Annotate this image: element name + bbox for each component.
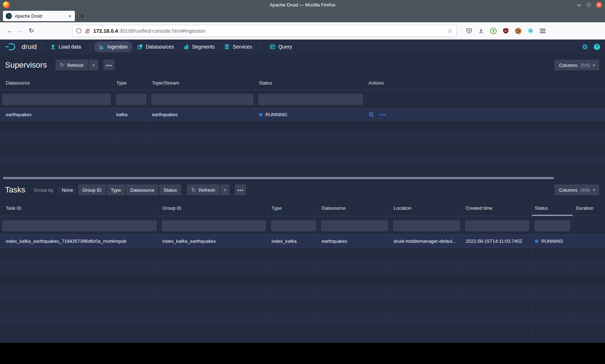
filter-location-input[interactable] bbox=[393, 220, 460, 231]
column-header[interactable]: Location bbox=[391, 200, 463, 216]
nav-label: Segments bbox=[192, 44, 215, 50]
tasks-refresh-button[interactable]: ↻ Refresh bbox=[187, 185, 219, 195]
help-icon[interactable]: ? bbox=[594, 44, 600, 50]
column-header[interactable]: Status bbox=[256, 76, 366, 90]
chevron-down-icon: ▾ bbox=[93, 63, 95, 68]
settings-gear-icon[interactable]: ⚙ bbox=[582, 44, 588, 50]
nav-ingestion[interactable]: Ingestion bbox=[94, 41, 133, 52]
group-by-type-button[interactable]: Type bbox=[107, 185, 126, 195]
column-header[interactable]: Duration bbox=[573, 200, 605, 216]
column-header[interactable]: Actions bbox=[366, 76, 605, 90]
supervisors-refresh-dropdown[interactable]: ▾ bbox=[89, 60, 98, 70]
filter-topic-input[interactable] bbox=[151, 94, 254, 105]
ingestion-icon bbox=[99, 44, 104, 50]
filter-task-id-input[interactable] bbox=[2, 220, 157, 231]
supervisors-refresh-button[interactable]: ↻ Refresh bbox=[55, 60, 88, 70]
filter-datasource-input[interactable] bbox=[321, 220, 388, 231]
group-by-group-id-button[interactable]: Group ID bbox=[78, 185, 107, 195]
task-id: index_kafka_earthquakes_7184357396d6c0a_… bbox=[0, 235, 160, 247]
extension-asterisk-icon[interactable] bbox=[528, 28, 534, 34]
column-header[interactable]: Task ID bbox=[0, 200, 160, 216]
status-text: RUNNING bbox=[265, 112, 287, 117]
filter-type-input[interactable] bbox=[271, 220, 316, 231]
nav-label: Query bbox=[278, 44, 292, 50]
browser-tab[interactable]: Apache Druid × bbox=[3, 11, 75, 21]
supervisors-more-button[interactable]: ••• bbox=[103, 60, 115, 70]
insecure-lock-icon[interactable] bbox=[85, 28, 90, 34]
tasks-header-row: Task ID Group ID Type Datasource Locatio… bbox=[0, 200, 605, 216]
column-header[interactable]: Topic/Stream bbox=[149, 76, 256, 90]
filter-type-input[interactable] bbox=[116, 94, 147, 105]
filter-group-id-input[interactable] bbox=[162, 220, 266, 231]
shield-icon[interactable] bbox=[76, 28, 82, 34]
task-row[interactable]: index_kafka_earthquakes_7184357396d6c0a_… bbox=[0, 235, 605, 248]
new-tab-button[interactable]: + bbox=[77, 11, 88, 21]
supervisors-header: Supervisors ↻ Refresh ▾ ••• Columns (5/5… bbox=[0, 54, 605, 76]
columns-count: (5/5) bbox=[581, 63, 590, 68]
window-maximize-icon[interactable] bbox=[586, 3, 591, 7]
cookie-extension-icon[interactable] bbox=[515, 28, 521, 34]
row-more-actions-icon[interactable]: ••• bbox=[380, 112, 387, 117]
ublock-origin-icon[interactable]: uO bbox=[503, 28, 509, 34]
column-header-sorted[interactable]: Status bbox=[532, 200, 573, 216]
inspect-magnifier-icon[interactable] bbox=[368, 112, 375, 118]
group-by-datasource-button[interactable]: Datasource bbox=[126, 185, 159, 195]
refresh-label: Refresh bbox=[67, 63, 84, 68]
nav-query[interactable]: Query bbox=[265, 41, 297, 52]
url-text[interactable]: 172.18.0.4:30109/unified-console.html#in… bbox=[93, 28, 206, 34]
filter-status-input[interactable] bbox=[534, 220, 570, 231]
tasks-more-button[interactable]: ••• bbox=[235, 185, 246, 195]
supervisors-filter-row bbox=[0, 90, 605, 109]
nav-label: Load data bbox=[59, 44, 81, 50]
bookmark-star-icon[interactable]: ☆ bbox=[447, 27, 453, 35]
window-minimize-icon[interactable] bbox=[577, 4, 581, 6]
refresh-icon: ↻ bbox=[60, 62, 64, 68]
column-header[interactable]: Datasource bbox=[319, 200, 391, 216]
extension-privacy-icon[interactable]: Y bbox=[490, 28, 497, 34]
tab-title: Apache Druid bbox=[15, 14, 65, 19]
supervisor-row[interactable]: earthquakes kafka earthquakes RUNNING ••… bbox=[0, 109, 605, 121]
column-header[interactable]: Created time bbox=[463, 200, 532, 216]
nav-services[interactable]: Services bbox=[219, 41, 257, 52]
column-header[interactable]: Group ID bbox=[160, 200, 269, 216]
nav-segments[interactable]: Segments bbox=[179, 41, 219, 52]
supervisor-actions: ••• bbox=[366, 109, 605, 120]
column-header[interactable]: Type bbox=[113, 76, 149, 90]
pocket-icon[interactable] bbox=[466, 28, 472, 34]
nav-load-data[interactable]: Load data bbox=[45, 41, 86, 52]
menu-icon[interactable] bbox=[540, 29, 546, 33]
table-row bbox=[0, 261, 605, 274]
supervisors-header-row: Datasource Type Topic/Stream Status Acti… bbox=[0, 76, 605, 90]
downloads-icon[interactable] bbox=[478, 28, 484, 34]
supervisors-columns-button[interactable]: Columns (5/5) ▾ bbox=[555, 60, 599, 70]
druid-header-bar: druid Load data Ingestion Datasources Se… bbox=[0, 40, 605, 54]
scrollbar-thumb[interactable] bbox=[3, 177, 554, 179]
tasks-refresh-dropdown[interactable]: ▾ bbox=[220, 185, 230, 195]
tasks-columns-button[interactable]: Columns (9/9) ▾ bbox=[555, 185, 599, 195]
supervisor-status: RUNNING bbox=[256, 109, 366, 120]
column-header[interactable]: Datasource bbox=[0, 76, 113, 90]
back-button[interactable]: ← bbox=[4, 26, 15, 36]
nav-datasources[interactable]: Datasources bbox=[133, 41, 179, 52]
reload-button[interactable]: ↻ bbox=[26, 26, 37, 36]
table-row bbox=[0, 338, 605, 343]
url-bar[interactable]: 172.18.0.4:30109/unified-console.html#in… bbox=[72, 25, 457, 37]
filter-status-input[interactable] bbox=[258, 94, 363, 105]
running-status-dot bbox=[259, 113, 263, 117]
tab-close-icon[interactable]: × bbox=[68, 13, 72, 19]
filter-created-time-input[interactable] bbox=[465, 220, 529, 231]
group-by-none-button[interactable]: None bbox=[58, 185, 78, 195]
forward-button[interactable]: → bbox=[15, 26, 26, 36]
divider bbox=[90, 43, 90, 50]
group-by-status-button[interactable]: Status bbox=[159, 185, 181, 195]
filter-datasource-input[interactable] bbox=[2, 94, 111, 105]
status-text: RUNNING bbox=[541, 238, 563, 244]
column-header[interactable]: Type bbox=[269, 200, 319, 216]
task-status: RUNNING bbox=[532, 235, 573, 247]
druid-brand[interactable]: druid bbox=[5, 42, 37, 51]
druid-logo-icon bbox=[5, 42, 19, 51]
supervisors-horizontal-scrollbar bbox=[0, 177, 605, 179]
window-close-icon[interactable] bbox=[596, 2, 602, 8]
services-icon bbox=[224, 44, 230, 50]
group-by-segmented-control: None Group ID Type Datasource Status bbox=[58, 185, 181, 195]
